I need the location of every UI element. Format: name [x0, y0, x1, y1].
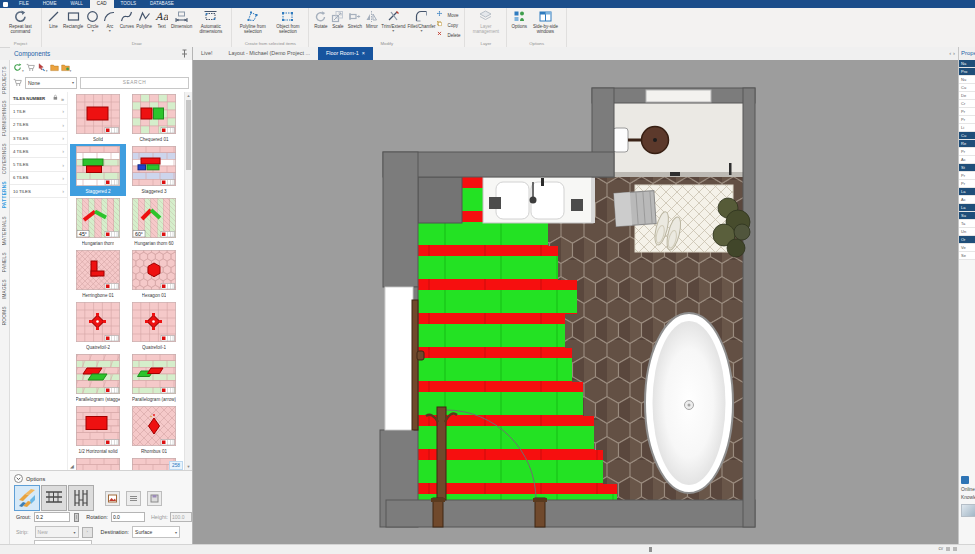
strip-dropdown[interactable]: New▾ [35, 526, 79, 538]
rotate-button[interactable]: Rotate [312, 9, 329, 30]
grout-input[interactable] [34, 512, 70, 522]
sidebar-item-materials[interactable]: MATERIALS [2, 216, 7, 245]
sidebar-item-furnishings[interactable]: FURNISHINGS [2, 100, 7, 136]
line-button[interactable]: Line [45, 9, 62, 30]
search-input[interactable]: SEARCH [80, 77, 189, 89]
rotation-input[interactable] [111, 512, 145, 522]
tile-pattern-quatrefoil-1[interactable]: Quatrefoil-1 [126, 300, 182, 352]
polyline-from-selection-button[interactable]: Polyline from selection [235, 9, 270, 35]
circle-button[interactable]: Circle▾ [84, 9, 101, 34]
sidebar-item-coverings[interactable]: COVERINGS [2, 143, 7, 174]
option-small-button-1[interactable] [105, 491, 120, 506]
option-small-button-3[interactable] [147, 491, 162, 506]
repeat-last-command-button[interactable]: Repeat last command [3, 9, 38, 35]
tile-pattern-chequered-01[interactable]: Chequered 01 [126, 92, 182, 144]
help-thumbnail[interactable] [961, 504, 975, 517]
components-filter-dropdown[interactable]: None ▾ [25, 77, 77, 89]
tile-pattern-hungarian-thorn[interactable]: 45°Hungarian thorn [70, 196, 126, 248]
cart-toolbar-button[interactable] [26, 63, 35, 73]
folder-toolbar-button[interactable] [50, 63, 59, 73]
delete-button[interactable]: Delete [437, 31, 460, 39]
tile-pattern-rhombus-01[interactable]: Rhombus 01 [126, 404, 182, 456]
property-row[interactable]: Ac [959, 196, 975, 204]
sidebar-item-projects[interactable]: PROJECTS [2, 66, 7, 94]
property-row[interactable]: Cu [959, 84, 975, 92]
property-row[interactable]: Pr [959, 116, 975, 124]
menu-file[interactable]: FILE [12, 0, 36, 8]
property-row[interactable]: Nu [959, 76, 975, 84]
menu-cad[interactable]: CAD [90, 0, 114, 8]
tab-scroll-arrows[interactable]: ‹ › [949, 47, 958, 60]
property-category-row[interactable]: La [959, 188, 975, 196]
filter-header-tiles-number[interactable]: TILES NUMBER » [10, 92, 67, 105]
property-category-row[interactable]: Na [959, 60, 975, 68]
scale-button[interactable]: Scale [329, 9, 346, 30]
menu-database[interactable]: DATABASE [143, 0, 181, 8]
property-category-row[interactable]: Re [959, 140, 975, 148]
property-row[interactable]: Pr [959, 108, 975, 116]
option-small-button-2[interactable] [126, 491, 141, 506]
vanity-unit[interactable] [483, 177, 595, 223]
arc-button[interactable]: Arc▾ [101, 9, 118, 34]
curves-button[interactable]: Curves [118, 9, 135, 30]
tile-pattern-hungarian-thorn-60[interactable]: 60°Hungarian thorn 60 [126, 196, 182, 248]
menu-tools[interactable]: TOOLS [114, 0, 144, 8]
statusbar-icon-2[interactable] [953, 547, 957, 551]
doc-tab-floor-room-1[interactable]: Floor Room-1× [318, 47, 373, 60]
copy-button[interactable]: Copy [437, 21, 460, 29]
sync-toolbar-button[interactable]: ▾ [13, 63, 24, 73]
fillet-chamfer-button[interactable]: Fillet/Chamfer▾ [406, 9, 436, 34]
tile-pattern-1-2-horizontal-solid[interactable]: 1/2 Horizontal solid [70, 404, 126, 456]
stretch-button[interactable]: Stretch [346, 9, 363, 30]
options-toggle[interactable]: Options [14, 474, 45, 483]
sidebar-item-rooms[interactable]: ROOMS [2, 306, 7, 325]
menu-wall[interactable]: WALL [63, 0, 89, 8]
pin-icon[interactable] [181, 49, 188, 59]
destination-dropdown[interactable]: Surface▾ [132, 526, 180, 538]
tile-pattern-partial[interactable] [70, 456, 126, 470]
property-row[interactable]: Ve [959, 244, 975, 252]
menu-home[interactable]: HOME [36, 0, 64, 8]
property-category-row[interactable]: Cu [959, 132, 975, 140]
bathtub[interactable] [645, 313, 733, 493]
mode-grid-button[interactable] [41, 485, 67, 511]
shower-platform[interactable] [418, 177, 462, 223]
grout-color-swatch[interactable] [74, 513, 79, 522]
property-category-row[interactable]: Su [959, 212, 975, 220]
text-button[interactable]: AaText [153, 9, 170, 30]
tile-pattern-herringbone-01[interactable]: Herringbone 01 [70, 248, 126, 300]
layer-management-button[interactable]: Layer management [468, 9, 503, 35]
tile-pattern-parallelogram-stagge[interactable]: Parallelogram (stagge [70, 352, 126, 404]
mirror-button[interactable]: Mirror [363, 9, 380, 30]
property-row[interactable]: Pr [959, 172, 975, 180]
property-row[interactable]: Pr [959, 180, 975, 188]
tile-pattern-staggered-2[interactable]: Staggered 2 [70, 144, 126, 196]
sidebar-item-panels[interactable]: PANELS [2, 252, 7, 272]
property-row[interactable]: Un [959, 228, 975, 236]
filter-5-tiles[interactable]: 5 TILES› [10, 158, 67, 171]
side-by-side-windows-button[interactable]: Side-by-side windows [528, 9, 563, 35]
filter-10-tiles[interactable]: 10 TILES› [10, 185, 67, 198]
strip-aux-button[interactable]: › [82, 527, 93, 538]
statusbar-icon-1[interactable] [946, 547, 950, 551]
automatic-dimensions-button[interactable]: Automatic dimensions [193, 9, 228, 35]
polyline-button[interactable]: Polyline [135, 9, 153, 30]
object-from-selection-button[interactable]: Object from selection [270, 9, 305, 35]
height-input[interactable] [170, 512, 192, 522]
move-button[interactable]: Move [437, 11, 460, 19]
filter-3-tiles[interactable]: 3 TILES› [10, 132, 67, 145]
trim-extend-button[interactable]: Trim/Extend▾ [380, 9, 406, 34]
sidebar-item-images[interactable]: IMAGES [2, 279, 7, 299]
property-row[interactable]: Ac [959, 156, 975, 164]
property-row[interactable]: Li [959, 124, 975, 132]
tile-pattern-solid[interactable]: Solid [70, 92, 126, 144]
floor-plan[interactable] [193, 60, 958, 545]
mode-pattern-button[interactable] [14, 485, 40, 511]
cart-icon[interactable] [13, 78, 22, 88]
towel[interactable] [614, 191, 656, 227]
pointer-toolbar-button[interactable]: ▾ [37, 63, 48, 73]
property-category-row[interactable]: St [959, 164, 975, 172]
mode-staggered-button[interactable] [68, 485, 94, 511]
property-row[interactable]: De [959, 92, 975, 100]
tile-pattern-parallelogram-arrow[interactable]: Parallelogram (arrow) [126, 352, 182, 404]
